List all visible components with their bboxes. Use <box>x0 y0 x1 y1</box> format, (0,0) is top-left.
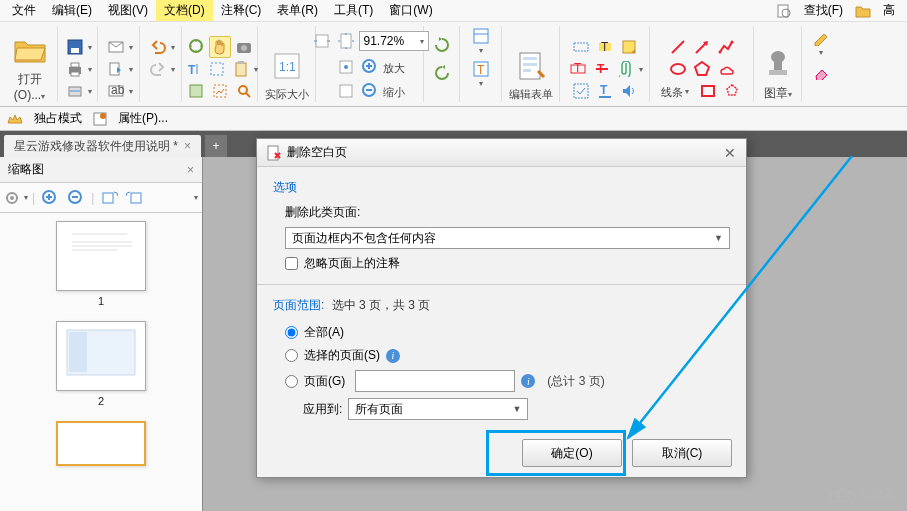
select-region-tool[interactable] <box>206 58 228 80</box>
rect-button[interactable] <box>697 80 719 102</box>
rotate-ccw-button[interactable] <box>431 62 453 84</box>
undo-button[interactable] <box>147 36 169 58</box>
textbox-button[interactable]: T <box>567 58 589 80</box>
highlight-text-button[interactable]: T <box>594 36 616 58</box>
range-selected-input[interactable] <box>285 349 298 362</box>
cloud-button[interactable] <box>715 58 737 80</box>
svg-text:T: T <box>188 63 196 76</box>
ignore-annotations-checkbox[interactable]: 忽略页面上的注释 <box>285 255 730 272</box>
edit-form-button[interactable] <box>512 47 550 85</box>
menu-high[interactable]: 高 <box>875 0 903 21</box>
cloud-poly-button[interactable] <box>721 80 743 102</box>
svg-rect-22 <box>214 85 226 97</box>
range-all-input[interactable] <box>285 326 298 339</box>
stamp-button[interactable] <box>759 45 797 83</box>
thumbnails-list[interactable]: 1 2 <box>0 213 202 511</box>
thumbnail-3[interactable] <box>56 421 146 466</box>
menu-bar: 文件 编辑(E) 视图(V) 文档(D) 注释(C) 表单(R) 工具(T) 窗… <box>0 0 907 22</box>
fit-width-button[interactable] <box>311 30 333 52</box>
svg-point-58 <box>718 51 721 54</box>
fit-page-button[interactable] <box>335 30 357 52</box>
zoom-combo[interactable]: 91.72%▾ <box>359 31 429 51</box>
ellipse-button[interactable] <box>667 58 689 80</box>
print-button[interactable] <box>64 58 86 80</box>
pages-input[interactable] <box>355 370 515 392</box>
menu-tools[interactable]: 工具(T) <box>326 0 381 21</box>
line-red-button[interactable] <box>667 36 689 58</box>
menu-form[interactable]: 表单(R) <box>269 0 326 21</box>
scan-button[interactable] <box>64 80 86 102</box>
actual-size-button[interactable]: 1:1 <box>268 47 306 85</box>
redo-button[interactable] <box>147 58 169 80</box>
ignore-annotations-input[interactable] <box>285 257 298 270</box>
menu-document[interactable]: 文档(D) <box>156 0 213 21</box>
zoom-out-button[interactable] <box>359 80 381 102</box>
cancel-button[interactable]: 取消(C) <box>632 439 732 467</box>
close-tab-icon[interactable]: × <box>184 139 191 153</box>
page-text-button[interactable]: T <box>470 59 492 79</box>
add-tab-button[interactable]: + <box>205 135 227 157</box>
panel-close-icon[interactable]: × <box>187 163 194 177</box>
pencil-button[interactable] <box>810 26 832 48</box>
thumbnail-1[interactable] <box>56 221 146 291</box>
svg-rect-64 <box>769 70 787 75</box>
select-image-tool[interactable] <box>209 80 231 102</box>
open-button[interactable] <box>11 31 49 69</box>
document-tab[interactable]: 星云游戏修改器软件使用说明 * × <box>4 135 201 157</box>
menu-window[interactable]: 窗口(W) <box>381 0 440 21</box>
checkbox-button[interactable] <box>570 80 592 102</box>
polyline-button[interactable] <box>715 36 737 58</box>
info-icon[interactable]: i <box>386 349 400 363</box>
fit-actual-button[interactable] <box>335 80 357 102</box>
pentagon-button[interactable] <box>691 58 713 80</box>
save-button[interactable] <box>64 36 86 58</box>
thumbnail-2[interactable] <box>56 321 146 391</box>
menu-view[interactable]: 视图(V) <box>100 0 156 21</box>
thumb-rotate-ccw[interactable] <box>124 187 146 209</box>
dialog-titlebar[interactable]: 删除空白页 ✕ <box>257 139 746 167</box>
svg-rect-53 <box>574 84 588 98</box>
menu-comment[interactable]: 注释(C) <box>213 0 270 21</box>
range-selected-radio[interactable]: 选择的页面(S) i <box>285 347 730 364</box>
range-pages-input[interactable] <box>285 375 298 388</box>
gear-icon[interactable] <box>4 190 20 206</box>
fit-visible-button[interactable] <box>335 56 357 78</box>
snapshot-tool[interactable] <box>233 36 255 58</box>
svg-rect-74 <box>103 193 113 203</box>
thumb-rotate-cw[interactable] <box>98 187 120 209</box>
properties-label[interactable]: 属性(P)... <box>118 110 168 127</box>
thumb-zoom-in[interactable] <box>39 187 61 209</box>
page-layout-button[interactable] <box>470 26 492 46</box>
apply-to-combo[interactable]: 所有页面 ▼ <box>348 398 528 420</box>
sticky-note-button[interactable] <box>618 36 640 58</box>
underline-button[interactable]: T <box>594 80 616 102</box>
info-icon-2[interactable]: i <box>521 374 535 388</box>
attach-button[interactable] <box>615 58 637 80</box>
pointer-tool[interactable] <box>185 36 207 58</box>
form-field-button[interactable] <box>570 36 592 58</box>
menu-file[interactable]: 文件 <box>4 0 44 21</box>
menu-edit[interactable]: 编辑(E) <box>44 0 100 21</box>
select-text-tool[interactable]: T <box>182 58 204 80</box>
thumb-zoom-out[interactable] <box>65 187 87 209</box>
export-button[interactable] <box>105 58 127 80</box>
clipboard-tool[interactable] <box>230 58 252 80</box>
hand-tool[interactable] <box>209 36 231 58</box>
zoom-in-button[interactable] <box>359 56 381 78</box>
find-tool[interactable] <box>233 80 255 102</box>
sound-button[interactable] <box>618 80 640 102</box>
select-all-tool[interactable] <box>185 80 207 102</box>
strikeout-button[interactable]: T <box>591 58 613 80</box>
ok-button[interactable]: 确定(O) <box>522 439 622 467</box>
dialog-close-icon[interactable]: ✕ <box>724 145 736 161</box>
svg-point-59 <box>730 41 733 44</box>
rotate-cw-button[interactable] <box>431 34 453 56</box>
exclusive-mode-label[interactable]: 独占模式 <box>34 110 82 127</box>
range-all-radio[interactable]: 全部(A) <box>285 324 730 341</box>
eraser-button[interactable] <box>810 63 832 85</box>
arrow-red-button[interactable] <box>691 36 713 58</box>
page-type-combo[interactable]: 页面边框内不包含任何内容 ▼ <box>285 227 730 249</box>
menu-find[interactable]: 查找(F) <box>796 0 851 21</box>
ocr-button[interactable]: abc <box>105 80 127 102</box>
mail-button[interactable] <box>105 36 127 58</box>
